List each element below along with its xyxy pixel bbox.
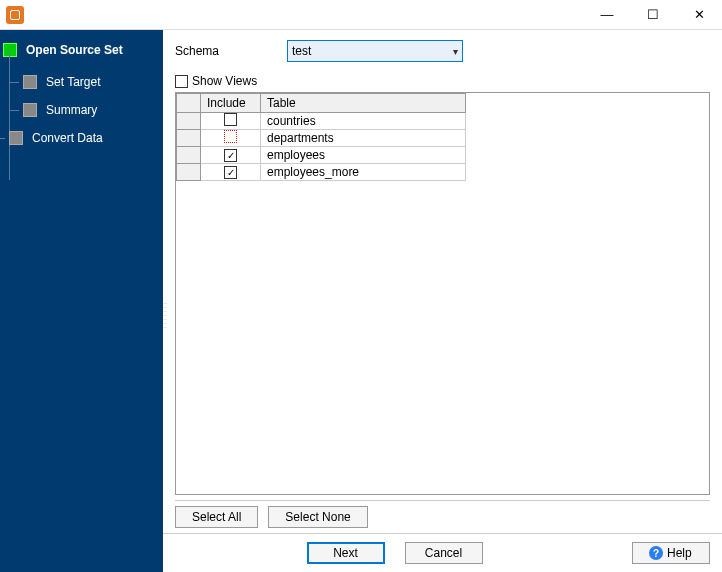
maximize-button[interactable]: ☐ [630, 0, 676, 30]
step-marker-icon [9, 131, 23, 145]
title-bar: — ☐ ✕ [0, 0, 722, 30]
step-marker-active-icon [3, 43, 17, 57]
splitter-handle[interactable] [163, 300, 167, 330]
row-header[interactable] [177, 113, 201, 130]
table-name-cell: employees [261, 147, 466, 164]
minimize-button[interactable]: — [584, 0, 630, 30]
select-none-button[interactable]: Select None [268, 506, 367, 528]
table-row[interactable]: ✓employees [177, 147, 466, 164]
step-convert-data[interactable]: Convert Data [0, 124, 163, 152]
row-header[interactable] [177, 164, 201, 181]
step-marker-icon [23, 75, 37, 89]
table-name-cell: countries [261, 113, 466, 130]
show-views-checkbox[interactable] [175, 75, 188, 88]
tables-grid: Include Table countriesdepartments✓emplo… [175, 92, 710, 495]
schema-select[interactable]: test ▾ [287, 40, 463, 62]
step-label: Set Target [46, 75, 100, 89]
step-label: Open Source Set [26, 43, 123, 57]
step-set-target[interactable]: Set Target [14, 68, 163, 96]
table-name-cell: employees_more [261, 164, 466, 181]
row-header-blank [177, 94, 201, 113]
table-name-cell: departments [261, 130, 466, 147]
step-label: Summary [46, 103, 97, 117]
column-header-include[interactable]: Include [201, 94, 261, 113]
show-views-label: Show Views [192, 74, 257, 88]
window-controls: — ☐ ✕ [584, 0, 722, 30]
include-checkbox[interactable] [224, 130, 237, 143]
step-open-source-set[interactable]: Open Source Set [0, 38, 163, 62]
table-row[interactable]: ✓employees_more [177, 164, 466, 181]
help-label: Help [667, 546, 692, 560]
include-checkbox[interactable]: ✓ [224, 166, 237, 179]
close-button[interactable]: ✕ [676, 0, 722, 30]
schema-value: test [292, 44, 311, 58]
help-icon: ? [649, 546, 663, 560]
column-header-table[interactable]: Table [261, 94, 466, 113]
schema-label: Schema [175, 44, 287, 58]
chevron-down-icon: ▾ [453, 46, 458, 57]
wizard-footer: Next Cancel ? Help [163, 533, 722, 572]
main-panel: Schema test ▾ Show Views Include [163, 30, 722, 572]
row-header[interactable] [177, 147, 201, 164]
step-summary[interactable]: Summary [14, 96, 163, 124]
help-button[interactable]: ? Help [632, 542, 710, 564]
row-header[interactable] [177, 130, 201, 147]
include-checkbox[interactable]: ✓ [224, 149, 237, 162]
app-icon [6, 6, 24, 24]
wizard-sidebar: Open Source Set Set Target Summary Conve… [0, 30, 163, 572]
cancel-button[interactable]: Cancel [405, 542, 483, 564]
select-all-button[interactable]: Select All [175, 506, 258, 528]
table-row[interactable]: countries [177, 113, 466, 130]
table-row[interactable]: departments [177, 130, 466, 147]
include-checkbox[interactable] [224, 113, 237, 126]
next-button[interactable]: Next [307, 542, 385, 564]
step-marker-icon [23, 103, 37, 117]
step-label: Convert Data [32, 131, 103, 145]
